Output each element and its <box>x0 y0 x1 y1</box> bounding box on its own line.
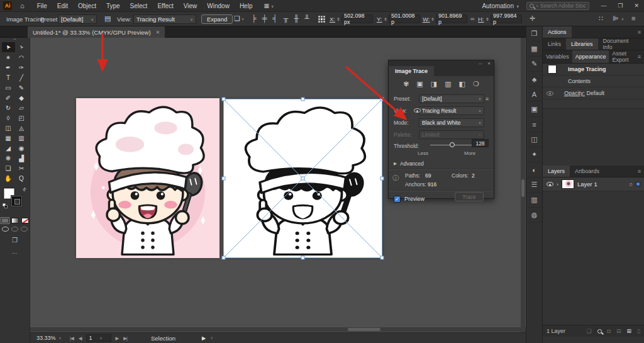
opacity-link[interactable]: Opacity: <box>564 90 585 96</box>
default-fill-stroke-icon[interactable] <box>3 203 8 208</box>
tool-line-segment[interactable]: ╱ <box>15 72 28 82</box>
next-artboard-icon[interactable]: ▶ <box>116 335 119 341</box>
prev-artboard-icon[interactable]: ◀ <box>79 335 82 341</box>
artboard-number-field[interactable]: 1 ∨ <box>86 334 111 342</box>
image-trace-tab[interactable]: Image Trace <box>389 66 434 76</box>
menu-item-type[interactable]: Type <box>106 3 120 9</box>
tool-scale[interactable]: ▱ <box>15 103 28 113</box>
layer-target-icon[interactable]: ○ <box>630 181 633 188</box>
trace-button[interactable]: Trace <box>455 192 484 201</box>
y-field[interactable]: 501.0008 p <box>384 14 420 23</box>
menu-item-view[interactable]: View <box>184 3 197 9</box>
home-icon[interactable]: ⌂ <box>20 2 25 9</box>
document-tab[interactable]: Untitled-1* @ 33.33% (CMYK/GPU Preview) … <box>28 26 165 38</box>
draw-normal-icon[interactable] <box>2 227 9 232</box>
tab-appearance[interactable]: Appearance <box>572 50 609 63</box>
tool-direct-selection[interactable]: ➢ <box>15 42 28 52</box>
dock-panel-icon-brushes[interactable]: ✎ <box>526 57 542 72</box>
align-icon-align-top[interactable]: ╥ <box>283 14 288 22</box>
menu-item-select[interactable]: Select <box>130 3 148 9</box>
swap-fill-stroke-icon[interactable]: ⇄ <box>21 186 28 193</box>
reference-point-icon[interactable] <box>318 16 325 23</box>
w-field[interactable]: 901.8969 p <box>431 14 467 23</box>
align-icon-align-bottom[interactable]: ╨ <box>304 14 309 22</box>
trace-mode-icon-outline[interactable]: ❍ <box>473 80 479 88</box>
trace-mode-icon-high-color[interactable]: ▣ <box>416 80 423 88</box>
tab-asset-export[interactable]: Asset Export <box>609 50 637 63</box>
align-icon-align-left[interactable]: ╞ <box>252 14 257 22</box>
layer-selection-chip[interactable] <box>636 182 640 186</box>
tab-links[interactable]: Links <box>543 38 566 50</box>
tool-perspective-grid[interactable]: ◬ <box>15 123 28 133</box>
tool-blend[interactable]: ◉ <box>15 143 28 153</box>
layer-expand-icon[interactable]: › <box>557 181 558 188</box>
h-field[interactable]: 997.9984 p <box>486 14 522 23</box>
tool-width[interactable]: ◊ <box>2 113 15 123</box>
tool-pencil[interactable]: ✐ <box>2 93 15 103</box>
tool-curvature[interactable]: ✑ <box>15 62 28 72</box>
new-sublayer-icon[interactable]: ⊟ <box>616 328 621 334</box>
workspace-switcher[interactable]: Automation ∨ <box>482 3 519 9</box>
tool-selection[interactable]: ➤ <box>2 42 15 52</box>
horizontal-scrollbar-thumb[interactable] <box>348 328 380 331</box>
tool-gradient[interactable]: ▥ <box>15 133 28 143</box>
tool-paintbrush[interactable]: ✎ <box>15 82 28 93</box>
zoom-level-dropdown[interactable]: 33.33% ∨ <box>35 334 67 342</box>
menu-item-effect[interactable]: Effect <box>157 3 173 9</box>
dock-panel-icon-color-guide[interactable]: ◐ <box>526 162 542 177</box>
tool-symbol-sprayer[interactable]: ❋ <box>2 153 15 163</box>
panel-menu-icon[interactable]: ≡ <box>638 168 644 174</box>
dock-panel-icon-align[interactable]: ≡ <box>526 117 542 132</box>
trace-mode-icon-low-color[interactable]: ◨ <box>431 80 437 88</box>
preview-checkbox[interactable]: ✓ <box>394 196 401 203</box>
threshold-slider[interactable] <box>430 145 474 145</box>
dock-panel-icon-transparency[interactable]: ◍ <box>526 208 542 223</box>
align-icon-align-middle[interactable]: ╫ <box>294 14 299 22</box>
h-value[interactable]: 997.9984 p <box>491 14 522 23</box>
tool-artboard[interactable]: ❏ <box>2 163 15 173</box>
collapse-panel-icon[interactable]: — <box>479 62 482 65</box>
mode-dropdown[interactable]: Black and White ∨ <box>419 118 484 127</box>
dock-panel-icon-symbols[interactable]: ♣ <box>526 72 542 87</box>
close-tab-icon[interactable]: ✕ <box>156 30 160 35</box>
image-trace-panel-toggle-icon[interactable]: ▤ <box>104 15 111 22</box>
tool-eraser[interactable]: ◆ <box>15 93 28 103</box>
threshold-value-field[interactable]: 128 <box>472 139 489 147</box>
toolbar-drag-dots[interactable]: •• <box>0 38 30 42</box>
panel-menu-icon[interactable]: ≡ <box>638 29 644 35</box>
vertical-scrollbar[interactable] <box>521 38 525 332</box>
align-icon-align-center[interactable]: ╪ <box>262 14 267 22</box>
arrange-documents-icon[interactable]: ▦ ∨ <box>264 3 274 9</box>
tool-hand[interactable]: ✋ <box>2 173 15 183</box>
trace-mode-icon-grayscale[interactable]: ▥ <box>445 80 451 88</box>
link-dimensions-icon[interactable]: ∞ <box>470 16 474 22</box>
trace-mode-icon-auto-color[interactable]: ✾ <box>403 80 409 88</box>
tool-lasso[interactable]: ◠ <box>15 52 28 62</box>
dock-panel-icon-pathfinder[interactable]: ◫ <box>526 132 542 147</box>
w-value[interactable]: 901.8969 p <box>436 14 467 23</box>
tool-eyedropper[interactable]: ◢ <box>2 143 15 153</box>
eye-icon[interactable] <box>414 108 421 113</box>
horizontal-scrollbar[interactable] <box>30 327 526 332</box>
collect-for-export-icon[interactable]: ❏ <box>586 328 591 334</box>
w-label[interactable]: W: <box>423 16 430 23</box>
y-value[interactable]: 501.0008 p <box>389 14 420 23</box>
make-mask-icon[interactable]: ◘ <box>608 328 611 334</box>
threshold-slider-knob[interactable] <box>450 142 455 147</box>
edit-toolbar-icon[interactable]: … <box>0 249 30 255</box>
y-label[interactable]: Y: <box>377 16 382 23</box>
menu-item-edit[interactable]: Edit <box>57 3 68 9</box>
status-collapse-icon[interactable]: ‹ <box>211 335 213 341</box>
preset-dropdown[interactable]: [Default] ∨ <box>58 14 97 24</box>
tool-shape-builder[interactable]: ◫ <box>2 123 15 133</box>
stroke-swatch[interactable] <box>11 196 22 206</box>
gradient-button[interactable] <box>11 218 19 223</box>
draw-behind-icon[interactable] <box>11 227 18 232</box>
panel-menu-icon[interactable]: ≡ <box>638 53 644 60</box>
original-chef-image[interactable] <box>76 98 219 258</box>
screen-mode-icon[interactable]: ❐ <box>0 237 30 244</box>
layer-visibility-icon[interactable] <box>547 182 553 186</box>
tab-libraries[interactable]: Libraries <box>566 38 598 50</box>
layer-name[interactable]: Layer 1 <box>577 181 597 188</box>
tool-slice[interactable]: ✂ <box>15 163 28 173</box>
